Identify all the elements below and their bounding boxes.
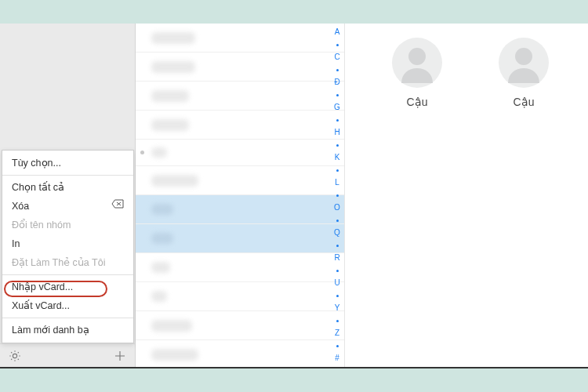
index-letter[interactable]: U [334, 279, 339, 287]
contact-name: Cậu [407, 96, 428, 108]
contact-list[interactable]: ACĐGHKLOQRUYZ# [136, 24, 345, 367]
index-letter[interactable]: Q [334, 229, 340, 237]
sidebar: Tùy chọn... Chọn tất cả Xóa Đổi tên nhóm [0, 24, 136, 367]
contact-row[interactable] [136, 224, 344, 253]
menu-item-set-my-card: Đặt Làm Thẻ của Tôi [2, 253, 133, 272]
contact-row[interactable] [136, 111, 344, 140]
index-dot [336, 245, 339, 247]
contact-row[interactable] [136, 140, 344, 166]
index-letter[interactable]: # [335, 354, 339, 362]
index-dot [336, 295, 339, 297]
backspace-icon [111, 199, 124, 209]
index-letter[interactable]: A [335, 28, 340, 36]
index-letter[interactable]: Đ [334, 78, 339, 86]
index-dot [336, 345, 339, 347]
menu-separator [2, 318, 133, 318]
menu-label: Làm mới danh bạ [12, 325, 89, 336]
gear-icon[interactable] [8, 349, 22, 363]
menu-separator [2, 175, 133, 176]
menu-item-refresh-contacts[interactable]: Làm mới danh bạ [2, 321, 133, 339]
index-dot [336, 194, 339, 197]
contact-row[interactable] [136, 166, 344, 195]
svg-point-1 [515, 48, 532, 65]
contact-row[interactable] [136, 24, 344, 53]
index-letter[interactable]: L [335, 179, 339, 187]
menu-item-delete[interactable]: Xóa [2, 197, 133, 216]
menu-item-preferences[interactable]: Tùy chọn... [2, 154, 133, 172]
contact-detail-pane: Cậu Cậu [345, 24, 588, 367]
contact-name: Cậu [514, 96, 535, 108]
index-dot [336, 94, 339, 96]
contact-row[interactable] [136, 195, 344, 224]
plus-icon[interactable] [113, 349, 127, 363]
favorite-dot-icon [140, 151, 144, 154]
index-letter[interactable]: G [334, 103, 340, 111]
index-letter[interactable]: Z [335, 329, 339, 337]
index-letter[interactable]: R [334, 254, 339, 262]
menu-label: Nhập vCard... [12, 281, 73, 292]
contact-row[interactable] [136, 340, 344, 367]
svg-point-0 [408, 48, 426, 65]
index-dot [336, 119, 339, 122]
index-letter[interactable]: K [335, 154, 340, 162]
menu-label: Xóa [12, 201, 29, 212]
index-letter[interactable]: O [334, 204, 340, 212]
menu-label: Tùy chọn... [12, 158, 61, 169]
menu-label: Đặt Làm Thẻ của Tôi [12, 257, 105, 268]
sidebar-bottom-toolbar [0, 343, 135, 367]
contact-card[interactable]: Cậu [477, 38, 571, 108]
avatar-placeholder-icon [499, 38, 549, 88]
index-letter[interactable]: Y [335, 304, 340, 312]
contact-card[interactable]: Cậu [370, 38, 464, 108]
index-dot [336, 270, 339, 272]
menu-item-export-vcard[interactable]: Xuất vCard... [2, 296, 133, 315]
contact-row[interactable] [136, 82, 344, 111]
menu-label: Xuất vCard... [12, 300, 70, 311]
menu-separator [2, 274, 133, 275]
alphabet-index[interactable]: ACĐGHKLOQRUYZ# [332, 28, 342, 362]
menu-item-rename-group: Đổi tên nhóm [2, 216, 133, 234]
app-frame: Tùy chọn... Chọn tất cả Xóa Đổi tên nhóm [0, 24, 588, 368]
index-dot [336, 69, 339, 71]
index-dot [336, 220, 339, 222]
contact-row[interactable] [136, 53, 344, 82]
menu-label: Chọn tất cả [12, 182, 64, 193]
avatar-placeholder-icon [392, 38, 442, 88]
index-dot [336, 144, 339, 147]
contact-row[interactable] [136, 282, 344, 311]
index-letter[interactable]: H [334, 129, 339, 136]
index-dot [336, 320, 339, 322]
menu-label: Đổi tên nhóm [12, 220, 71, 230]
menu-item-print[interactable]: In [2, 234, 133, 253]
menu-item-select-all[interactable]: Chọn tất cả [2, 178, 133, 197]
contact-row[interactable] [136, 253, 344, 282]
gear-context-menu: Tùy chọn... Chọn tất cả Xóa Đổi tên nhóm [2, 150, 134, 343]
menu-item-import-vcard[interactable]: Nhập vCard... [2, 278, 133, 296]
contact-row[interactable] [136, 311, 344, 340]
index-letter[interactable]: C [334, 53, 339, 61]
index-dot [336, 169, 339, 172]
index-dot [336, 44, 339, 46]
menu-label: In [12, 238, 20, 249]
